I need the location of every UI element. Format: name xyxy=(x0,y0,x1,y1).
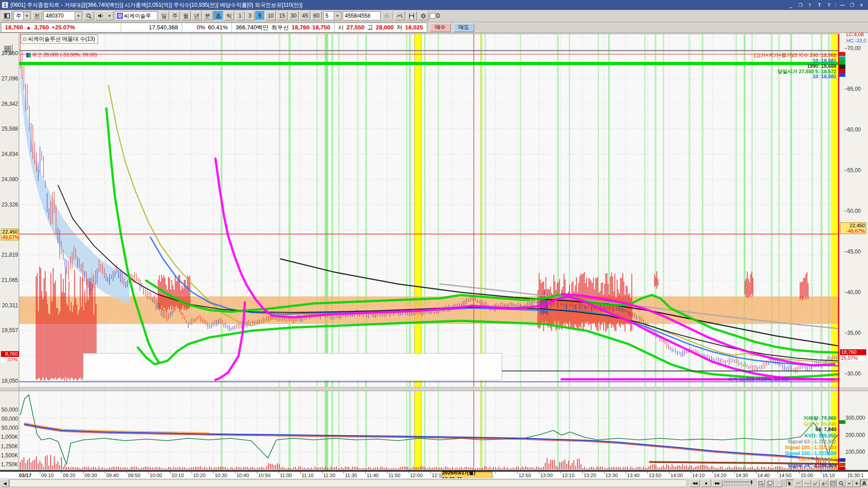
magnifier-icon[interactable] xyxy=(838,479,845,487)
time-tick-mark xyxy=(192,472,192,474)
price-tick-label: 25,588 xyxy=(0,126,18,132)
price-tick-label: 24,834 xyxy=(0,151,18,157)
scroll-left-button[interactable]: ◀ xyxy=(1,479,9,487)
time-tick-label: 10:10 xyxy=(171,473,184,478)
slider-handle[interactable] xyxy=(751,480,752,484)
stop-button[interactable]: ■ xyxy=(701,479,711,487)
time-tick-mark xyxy=(365,472,366,474)
time-tick-mark xyxy=(799,472,800,474)
overlay-legend-line: 10: 18,681 xyxy=(656,58,836,63)
lc-label: LC:4,08 xyxy=(846,32,864,37)
high-annotation: 최고 28,000 (-33.00%, 09:00) xyxy=(26,52,97,58)
time-tick-mark xyxy=(148,472,149,474)
time-tick-label: 09:50 xyxy=(128,473,141,478)
forward-button[interactable]: ▶▶ xyxy=(712,479,722,487)
volume-tick-label: 1,250K xyxy=(0,443,18,450)
date-label: 03/17 xyxy=(19,473,32,478)
time-tick-mark xyxy=(430,472,431,474)
cascade-windows-icon[interactable] xyxy=(766,479,774,487)
time-tick-label: 15:00 xyxy=(801,473,813,478)
add-window-icon[interactable] xyxy=(757,479,765,487)
session-end-label: 15:30:1 xyxy=(847,473,864,478)
time-tick-label: 13:50 xyxy=(649,473,661,478)
font-button[interactable]: A xyxy=(860,479,868,487)
time-tick-label: 13:10 xyxy=(562,473,575,478)
volume-right-tick-label: 300,000 xyxy=(845,415,865,421)
time-tick-label: 14:40 xyxy=(757,473,770,478)
time-tick-label: 15:10 xyxy=(822,473,835,478)
time-tick-label: 13:40 xyxy=(627,473,640,478)
current-price-tag-left: 8,760,07% xyxy=(1,351,19,362)
time-tick-mark xyxy=(582,472,583,474)
time-tick-label: 14:20 xyxy=(714,473,726,478)
volume-tick-label: 1,750K xyxy=(0,461,18,468)
percent-tick-label: 30,00 xyxy=(847,371,861,377)
time-tick-mark xyxy=(409,472,409,474)
low-annotation: 최저 18,025 (4,08%, 15:03) xyxy=(728,376,788,383)
time-tick-mark xyxy=(322,472,322,474)
time-tick-label: 12:00 xyxy=(410,473,423,478)
percent-tick-label: 65,00 xyxy=(847,86,861,92)
time-tick-mark xyxy=(561,472,561,474)
price-tick-label: 21,065 xyxy=(0,277,18,283)
zoom-out-button[interactable]: − xyxy=(845,479,853,487)
time-tick-label: 11:50 xyxy=(388,473,401,478)
volume-right-tick-label: 200,000 xyxy=(845,432,865,438)
event-marker-icon xyxy=(28,53,31,57)
price-tick-label: 24,080 xyxy=(0,176,18,183)
time-tick-label: 14:50 xyxy=(779,473,792,478)
chart-image-icon[interactable] xyxy=(829,479,837,487)
time-tick-label: 10:00 xyxy=(150,473,162,478)
time-tick-mark xyxy=(213,472,214,474)
edit-chart-icon[interactable] xyxy=(821,479,828,487)
speed-slider[interactable] xyxy=(724,480,752,487)
time-tick-label: 10:40 xyxy=(236,473,249,478)
time-tick-label: 11:00 xyxy=(280,473,292,478)
crosshair-price-tag-right: 22,450-49,67% xyxy=(840,222,866,234)
zoom-in-button[interactable]: + xyxy=(853,479,861,487)
time-tick-mark xyxy=(278,472,279,474)
time-tick-mark xyxy=(669,472,670,474)
time-tick-label: 13:00 xyxy=(540,473,553,478)
percent-tick-label: 55,00 xyxy=(847,167,861,174)
pattern-tool-icon[interactable] xyxy=(812,479,820,487)
time-tick-mark xyxy=(778,472,778,474)
price-tick-label: 18,050 xyxy=(0,378,18,384)
crosshair-price-tag-left: 22,45049,67% xyxy=(1,229,19,240)
time-tick-label: 11:20 xyxy=(323,473,335,478)
price-tick-label: 20,311 xyxy=(0,302,18,309)
time-tick-label: 12:50 xyxy=(519,473,531,478)
time-tick-mark xyxy=(539,472,539,474)
time-tick-mark xyxy=(61,472,62,474)
percent-tick-label: 70,00 xyxy=(847,45,861,52)
time-tick-mark xyxy=(40,472,40,474)
rewind-button[interactable]: ◀◀ xyxy=(689,479,700,487)
time-tick-label: 11:10 xyxy=(302,473,314,478)
time-tick-label: 09:40 xyxy=(106,473,119,478)
time-tick-mark xyxy=(604,472,604,474)
time-tick-mark xyxy=(691,472,691,474)
trendline-draw-icon[interactable] xyxy=(774,479,782,487)
time-tick-label: 09:30 xyxy=(85,473,97,478)
percent-tick-label: 40,00 xyxy=(847,289,861,296)
time-tick-mark xyxy=(300,472,301,474)
pointer-tool-icon[interactable] xyxy=(786,479,794,487)
chart-scrollbar[interactable] xyxy=(9,479,686,487)
time-tick-label: 13:30 xyxy=(605,473,618,478)
time-tick-label: 14:00 xyxy=(670,473,683,478)
time-tick-mark xyxy=(626,472,626,474)
time-tick-mark xyxy=(734,472,735,474)
indicator-legend-line: Signal 24: -1,724,304 xyxy=(701,463,836,468)
wave-tool-icon[interactable] xyxy=(803,479,811,487)
time-tick-mark xyxy=(105,472,105,474)
indicator-legend-line: KVO: 349,050 xyxy=(701,433,836,438)
time-tick-mark xyxy=(235,472,236,474)
price-tick-label: 21,819 xyxy=(0,252,18,258)
percent-tick-label: 45,00 xyxy=(847,249,861,255)
time-tick-mark xyxy=(517,472,518,474)
price-tick-label: 27,850 xyxy=(0,50,18,56)
time-tick-mark xyxy=(495,472,496,474)
time-tick-mark xyxy=(83,472,84,474)
trend-tool-icon[interactable] xyxy=(795,479,802,487)
chart-tab[interactable]: 씨케이솔루션 매물대 수(13) xyxy=(21,34,98,44)
